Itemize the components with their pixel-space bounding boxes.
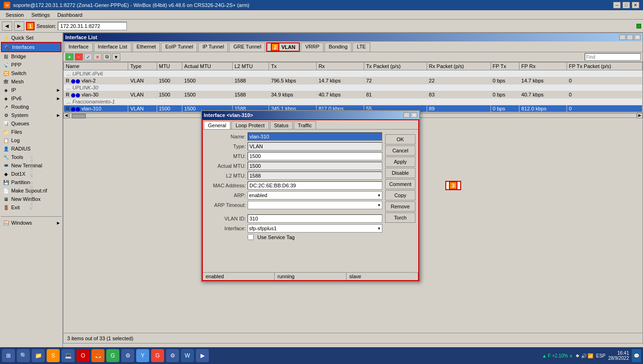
taskbar-file-explorer[interactable]: 📁: [32, 349, 45, 362]
col-tx[interactable]: Tx: [269, 62, 317, 70]
scroll-left[interactable]: ◀: [63, 113, 69, 118]
dialog-tab-loop-protect[interactable]: Loop Protect: [231, 121, 269, 129]
sidebar-item-interfaces[interactable]: 🔌 Interfaces: [1, 42, 62, 52]
vlan-id-input[interactable]: [248, 214, 382, 223]
window-close[interactable]: ✕: [634, 34, 641, 40]
taskbar-chrome[interactable]: G: [106, 349, 119, 362]
taskbar-settings[interactable]: ⚙: [121, 349, 134, 362]
dialog-minimize[interactable]: ─: [403, 112, 410, 118]
taskbar-firefox[interactable]: 🦊: [91, 349, 104, 362]
tab-vrrp[interactable]: VRRP: [301, 42, 324, 52]
tab-vlan[interactable]: 2VLAN: [266, 42, 300, 52]
tab-gre-tunnel[interactable]: GRE Tunnel: [229, 42, 265, 52]
use-service-tag-label[interactable]: Use Service Tag: [248, 234, 295, 240]
sidebar-item-windows[interactable]: 🪟 Windows ▶: [1, 219, 62, 227]
arp-select[interactable]: enabled ▼: [248, 191, 382, 199]
col-fp-rx[interactable]: FP Rx: [519, 62, 567, 70]
table-row[interactable]: R ⬤⬤ vlan-2 VLAN 1500 1500 1588 796.5 kb…: [64, 77, 643, 84]
sidebar-item-mesh[interactable]: 🕸 Mesh: [1, 77, 62, 86]
sidebar-item-queues[interactable]: 📊 Queues: [1, 119, 62, 128]
col-fp-tx-packet[interactable]: FP Tx Packet (p/s): [567, 62, 643, 70]
mac-input[interactable]: [248, 181, 382, 190]
ok-button[interactable]: OK: [385, 134, 415, 144]
name-input[interactable]: [248, 132, 382, 141]
sidebar-item-radius[interactable]: 👤 RADIUS: [1, 144, 62, 153]
title-text: soporte@172.20.31.1:8272 (Zona1-Gener-PP…: [13, 2, 249, 8]
tab-eoip[interactable]: EoIP Tunnel: [161, 42, 197, 52]
comment-button[interactable]: Comment: [385, 179, 415, 189]
maximize-button[interactable]: □: [622, 2, 630, 8]
col-fp-tx[interactable]: FP Tx: [491, 62, 519, 70]
minimize-button[interactable]: ─: [613, 2, 621, 8]
menu-settings[interactable]: Settings: [28, 11, 54, 19]
add-button[interactable]: +: [65, 53, 74, 61]
col-rx-packet[interactable]: Rx Packet (p/s): [427, 62, 491, 70]
notification-area[interactable]: 💬: [632, 349, 641, 362]
close-button[interactable]: ✕: [632, 2, 639, 8]
back-button[interactable]: ◀: [2, 21, 12, 31]
mtu-input[interactable]: [248, 152, 382, 160]
dialog-tab-general[interactable]: General: [204, 121, 230, 129]
sidebar-item-bridge[interactable]: ⛓ Bridge: [1, 52, 62, 61]
table-row[interactable]: R ⬤⬤ vlan-30 VLAN 1500 1500 1588 34.9 kb…: [64, 91, 643, 98]
disable-button[interactable]: ✕: [93, 53, 102, 61]
taskbar-app1[interactable]: 💻: [62, 349, 75, 362]
apply-button[interactable]: Apply: [385, 157, 415, 167]
col-l2mtu[interactable]: L2 MTU: [233, 62, 269, 70]
arp-timeout-select[interactable]: ▼: [248, 201, 382, 209]
taskbar-gear[interactable]: ⚙: [166, 349, 179, 362]
col-type[interactable]: Type: [128, 62, 157, 70]
torch-button[interactable]: Torch: [385, 213, 415, 223]
taskbar-search[interactable]: 🔍: [17, 349, 30, 362]
menu-dashboard[interactable]: Dashboard: [54, 11, 86, 19]
dialog-tab-status[interactable]: Status: [270, 121, 293, 129]
taskbar-chrome2[interactable]: G: [151, 349, 164, 362]
sidebar-item-quickset[interactable]: ⚡ Quick Set: [1, 34, 62, 42]
dialog-tab-traffic[interactable]: Traffic: [294, 121, 316, 129]
tab-lte[interactable]: LTE: [353, 42, 370, 52]
remove-button[interactable]: −: [75, 53, 83, 61]
interface-select[interactable]: sfp-sfpplus1 ▼: [248, 224, 382, 233]
session-input[interactable]: [58, 22, 127, 30]
window-minimize[interactable]: ─: [619, 34, 626, 40]
sidebar-item-system[interactable]: ⚙ System ▶: [1, 111, 62, 119]
cancel-button[interactable]: Cancel: [385, 145, 415, 156]
taskbar-word[interactable]: W: [181, 349, 194, 362]
col-rx[interactable]: Rx: [317, 62, 364, 70]
remove-dialog-button[interactable]: Remove: [385, 201, 415, 212]
window-maximize[interactable]: □: [627, 34, 633, 40]
tab-interface-list[interactable]: Interface List: [94, 42, 131, 52]
tab-bonding[interactable]: Bonding: [325, 42, 352, 52]
col-name[interactable]: Name: [64, 62, 128, 70]
scroll-thumb[interactable]: [72, 114, 86, 118]
find-input[interactable]: [585, 53, 641, 61]
col-tx-packet[interactable]: Tx Packet (p/s): [364, 62, 427, 70]
enable-button[interactable]: ✓: [84, 53, 92, 61]
service-tag-checkbox[interactable]: [248, 234, 254, 240]
dialog-close[interactable]: ✕: [411, 112, 417, 118]
tab-ethernet[interactable]: Ethernet: [132, 42, 160, 52]
taskbar-opera[interactable]: O: [76, 349, 90, 362]
col-mtu[interactable]: MTU: [157, 62, 182, 70]
filter-button[interactable]: ▼: [112, 53, 120, 61]
sidebar-item-switch[interactable]: 🔀 Switch: [1, 69, 62, 77]
tab-ip-tunnel[interactable]: IP Tunnel: [198, 42, 228, 52]
copy-button[interactable]: Copy: [385, 190, 415, 200]
taskbar-terminal[interactable]: ▶: [196, 349, 209, 362]
start-button[interactable]: ⊞: [2, 349, 15, 362]
taskbar-yubikey[interactable]: Y: [136, 349, 149, 362]
sidebar-item-ipv6[interactable]: ◈ IPv6 ▶: [1, 94, 62, 103]
copy-list-button[interactable]: ⧉: [103, 53, 111, 61]
menu-session[interactable]: Session: [2, 11, 28, 19]
taskbar-sublime[interactable]: S: [47, 349, 60, 362]
forward-button[interactable]: ▶: [14, 21, 24, 31]
disable-button[interactable]: Disable: [385, 168, 415, 178]
sidebar-item-ppp[interactable]: 📡 PPP: [1, 61, 62, 69]
sidebar-item-routing[interactable]: ↗ Routing: [1, 103, 62, 111]
sidebar-item-files[interactable]: 📁 Files: [1, 128, 62, 136]
col-actual-mtu[interactable]: Actual MTU: [182, 62, 233, 70]
scroll-right[interactable]: ▶: [637, 113, 643, 118]
tab-interface[interactable]: Interface: [64, 42, 93, 52]
sidebar-item-log[interactable]: 📋 Log: [1, 136, 62, 144]
sidebar-item-ip[interactable]: ◈ IP ▶: [1, 86, 62, 94]
